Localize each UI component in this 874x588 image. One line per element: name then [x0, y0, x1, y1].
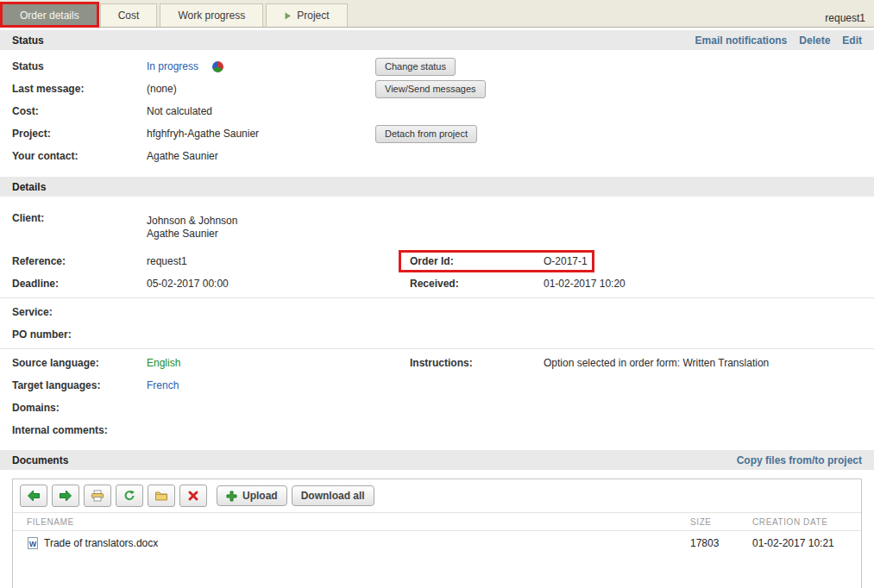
your-contact-label: Your contact: — [12, 150, 147, 162]
documents-section-title: Documents — [12, 454, 68, 466]
edit-link[interactable]: Edit — [842, 34, 862, 47]
deadline-value: 05-02-2017 00:00 — [147, 278, 410, 290]
status-section-body: Status In progress Change status Last me… — [0, 50, 874, 174]
detach-from-project-button[interactable]: Detach from project — [375, 125, 477, 143]
po-number-label: PO number: — [12, 328, 147, 341]
status-label: Status — [12, 60, 147, 72]
your-contact-value: Agathe Saunier — [147, 150, 375, 162]
move-right-icon — [59, 490, 72, 502]
po-number-row: PO number: — [0, 323, 874, 346]
target-languages-label: Target languages: — [12, 379, 147, 391]
order-id-label: Order Id: — [410, 255, 544, 267]
status-section-title: Status — [12, 34, 44, 47]
upload-button[interactable]: Upload — [217, 485, 287, 506]
zip-archive-icon — [91, 490, 104, 502]
refresh-button[interactable] — [116, 485, 143, 507]
project-label: Project: — [12, 128, 147, 140]
client-company: Johnson & Johnson — [147, 215, 410, 228]
move-left-icon — [27, 490, 41, 502]
client-value-group: Johnson & Johnson Agathe Saunier — [147, 212, 410, 241]
source-language-row: Source language: English Instructions: O… — [0, 352, 874, 374]
target-languages-row: Target languages: French — [0, 374, 874, 397]
download-all-button[interactable]: Download all — [292, 485, 374, 506]
details-section-body: Client: Johnson & Johnson Agathe Saunier… — [0, 197, 874, 447]
email-notifications-link[interactable]: Email notifications — [695, 34, 788, 47]
view-send-messages-button[interactable]: View/Send messages — [375, 80, 486, 98]
reference-row: Reference: request1 Order Id: O-2017-1 — [0, 250, 874, 272]
instructions-label: Instructions: — [410, 357, 544, 369]
documents-section-header: Documents Copy files from/to project — [0, 450, 874, 470]
cost-row: Cost: Not calculated — [0, 100, 874, 122]
source-language-label: Source language: — [12, 357, 147, 369]
tab-project-label: Project — [297, 9, 329, 22]
section-divider — [0, 297, 874, 298]
documents-panel: Upload Download all FILENAME SIZE CREATI… — [12, 479, 862, 588]
copy-files-link[interactable]: Copy files from/to project — [737, 454, 862, 466]
plus-icon — [226, 491, 237, 502]
tab-cost[interactable]: Cost — [100, 3, 158, 27]
download-all-button-label: Download all — [301, 490, 365, 502]
client-contact: Agathe Saunier — [147, 228, 410, 241]
status-section-header: Status Email notifications Delete Edit — [0, 30, 874, 50]
status-pie-icon — [212, 61, 223, 72]
tab-work-progress[interactable]: Work progress — [160, 3, 263, 27]
deadline-label: Deadline: — [12, 278, 147, 290]
documents-table-header: FILENAME SIZE CREATION DATE — [13, 512, 861, 531]
cost-label: Cost: — [12, 105, 147, 117]
status-header-actions: Email notifications Delete Edit — [695, 34, 862, 47]
order-id-value: O-2017-1 — [544, 255, 588, 267]
client-label: Client: — [12, 212, 147, 224]
zip-archive-button[interactable] — [84, 485, 111, 507]
last-message-row: Last message: (none) View/Send messages — [0, 78, 874, 100]
order-id-group: Order Id: O-2017-1 — [410, 255, 588, 267]
refresh-icon — [123, 490, 136, 502]
file-size: 17803 — [690, 537, 752, 549]
status-value-group: In progress — [147, 60, 375, 72]
arrow-right-icon — [284, 12, 292, 20]
tab-order-details[interactable]: Order details — [2, 3, 97, 27]
received-label: Received: — [410, 278, 544, 290]
order-reference: request1 — [825, 12, 865, 27]
word-doc-icon: W — [27, 537, 39, 549]
delete-link[interactable]: Delete — [799, 34, 830, 47]
domains-row: Domains: — [0, 397, 874, 419]
received-value: 01-02-2017 10:20 — [544, 278, 862, 290]
tab-cost-label: Cost — [118, 9, 140, 22]
service-label: Service: — [12, 306, 147, 318]
last-message-value: (none) — [147, 83, 375, 95]
move-right-button[interactable] — [52, 485, 79, 507]
tab-bar: Order details Cost Work progress Project… — [0, 0, 874, 28]
client-row: Client: Johnson & Johnson Agathe Saunier — [0, 210, 874, 250]
tab-project[interactable]: Project — [266, 3, 347, 27]
filename-column-header: FILENAME — [27, 517, 690, 527]
domains-label: Domains: — [12, 402, 147, 414]
file-name: Trade of translators.docx — [44, 537, 158, 549]
reference-label: Reference: — [12, 255, 147, 267]
deadline-row: Deadline: 05-02-2017 00:00 Received: 01-… — [0, 272, 874, 295]
order-details-page: Order details Cost Work progress Project… — [0, 0, 874, 588]
size-column-header: SIZE — [690, 517, 752, 527]
project-row: Project: hfghfryh-Agathe Saunier Detach … — [0, 122, 874, 145]
new-folder-icon — [154, 490, 168, 502]
svg-text:W: W — [29, 540, 37, 548]
move-left-button[interactable] — [20, 485, 47, 507]
details-section-title: Details — [12, 181, 46, 193]
file-cell: W Trade of translators.docx — [27, 537, 690, 549]
internal-comments-row: Internal comments: — [0, 419, 874, 441]
internal-comments-label: Internal comments: — [12, 424, 147, 436]
status-value-link[interactable]: In progress — [147, 60, 198, 72]
file-creation-date: 01-02-2017 10:21 — [752, 537, 854, 549]
status-row: Status In progress Change status — [0, 55, 874, 78]
reference-value: request1 — [147, 255, 410, 267]
target-languages-value: French — [147, 379, 410, 391]
documents-toolbar: Upload Download all — [13, 479, 861, 512]
tab-work-progress-label: Work progress — [178, 9, 245, 22]
last-message-label: Last message: — [12, 83, 147, 95]
table-row[interactable]: W Trade of translators.docx 17803 01-02-… — [13, 531, 861, 555]
delete-file-button[interactable] — [179, 485, 207, 507]
change-status-button[interactable]: Change status — [375, 58, 456, 76]
service-row: Service: — [0, 301, 874, 323]
creation-date-column-header: CREATION DATE — [752, 517, 854, 527]
new-folder-button[interactable] — [148, 485, 175, 507]
cost-value: Not calculated — [147, 105, 375, 117]
